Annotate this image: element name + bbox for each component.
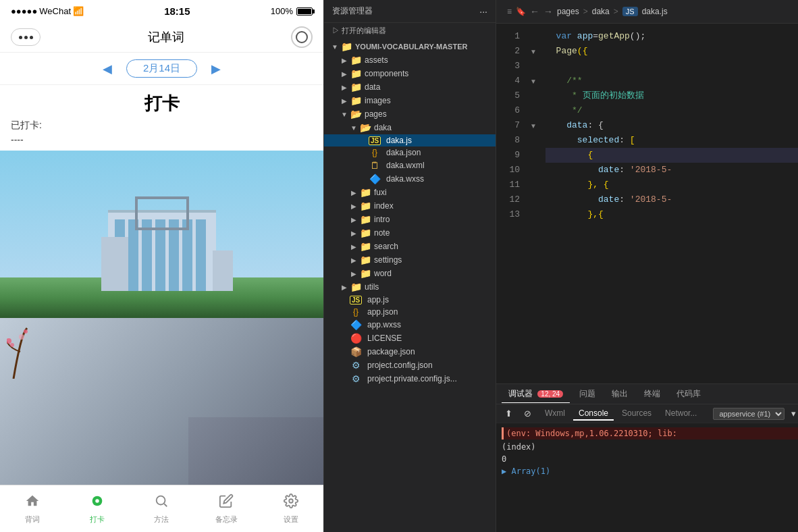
tree-item-daka-folder[interactable]: ▼ 📂 daka	[324, 121, 496, 134]
tree-item-images[interactable]: ▶ 📁 images	[324, 94, 496, 107]
pkg-json-label: package.json	[367, 347, 415, 356]
tree-item-daka-json[interactable]: {} daka.json	[324, 147, 496, 159]
subtab-wxml[interactable]: Wxml	[539, 407, 570, 421]
tree-item-utils[interactable]: ▶ 📁 utils	[324, 280, 496, 294]
tree-item-index[interactable]: ▶ 📁 index	[324, 199, 496, 213]
index-arrow: ▶	[348, 203, 359, 210]
index-folder-icon: 📁	[359, 201, 371, 211]
tree-item-proj-priv[interactable]: ⚙ project.private.config.js...	[324, 372, 496, 385]
code-content[interactable]: var app=getApp(); Page({ /** * 页面的初始数据 *…	[540, 24, 798, 383]
subtab-network[interactable]: Networ...	[660, 407, 702, 421]
tree-item-fuxi[interactable]: ▶ 📁 fuxi	[324, 186, 496, 199]
settings-label: settings	[374, 255, 402, 265]
fold-12	[527, 192, 540, 207]
word-folder-icon: 📁	[359, 268, 371, 279]
tree-item-app-js[interactable]: JS app.js	[324, 294, 496, 306]
dot-1	[19, 36, 22, 39]
tree-item-app-wxss[interactable]: 🔷 app.wxss	[324, 318, 496, 331]
tab-problems[interactable]: 问题	[573, 385, 602, 402]
assets-arrow: ▶	[339, 57, 350, 64]
code-area[interactable]: 1 2 3 4 5 6 7 8 9 10 11 12 13 ▼	[496, 24, 798, 383]
explorer-header: 资源管理器 ···	[324, 0, 496, 23]
tree-item-assets[interactable]: ▶ 📁 assets	[324, 53, 496, 67]
fold-4[interactable]: ▼	[527, 74, 540, 88]
console-array-value[interactable]: ▶ Array(1)	[502, 465, 798, 477]
tree-item-proj-cfg[interactable]: ⚙ project.config.json	[324, 358, 496, 372]
subtab-console[interactable]: Console	[573, 407, 614, 421]
capture-button[interactable]	[291, 26, 313, 48]
bookmark-icon[interactable]: 🔖	[516, 7, 526, 16]
phone-title: 记单词	[148, 29, 184, 45]
intro-arrow: ▶	[348, 216, 359, 223]
intro-label: intro	[374, 215, 390, 224]
images-label: images	[365, 96, 391, 105]
file-tree: ▼ 📁 YOUMI-VOCABULARY-MASTER ▶ 📁 assets ▶…	[324, 38, 496, 532]
tree-item-daka-wxml[interactable]: 🗒 daka.wxml	[324, 159, 496, 172]
tree-item-pkg-json[interactable]: 📦 package.json	[324, 345, 496, 358]
toolbar-pointer-icon[interactable]: ⬆	[502, 408, 515, 419]
tab-terminal[interactable]: 终端	[637, 385, 667, 402]
word-label: word	[374, 269, 392, 278]
tree-item-license[interactable]: 🔴 LICENSE	[324, 331, 496, 345]
tree-item-daka-js[interactable]: JS daka.js	[324, 134, 496, 147]
components-label: components	[365, 69, 408, 78]
nav-item-beici[interactable]: 背词	[0, 485, 65, 532]
components-folder-icon: 📁	[350, 68, 362, 79]
code-text-13: },{	[546, 207, 604, 222]
tab-output[interactable]: 输出	[605, 385, 635, 402]
line-num-7: 7	[496, 118, 520, 133]
phone-time: 18:15	[164, 5, 190, 17]
breadcrumb-pages[interactable]: pages	[557, 7, 579, 16]
daka-arrow: ▼	[348, 124, 359, 132]
breadcrumb-daka[interactable]: daka	[592, 7, 610, 16]
tree-item-settings[interactable]: ▶ 📁 settings	[324, 253, 496, 267]
home-icon	[25, 494, 40, 512]
explorer-menu-icon[interactable]: ···	[479, 6, 487, 17]
fold-7[interactable]: ▼	[527, 118, 540, 133]
open-editors-section[interactable]: ▷ 打开的编辑器	[324, 23, 496, 38]
building-left	[101, 237, 128, 291]
nav-item-daka[interactable]: 打卡	[65, 485, 130, 532]
nav-back-button[interactable]: ←	[530, 6, 539, 17]
editor-top-bar: ≡ 🔖 ← → pages > daka > JS daka.js	[496, 0, 798, 24]
next-date-button[interactable]: ▶	[208, 61, 224, 77]
tab-debugger[interactable]: 调试器 12, 24	[502, 385, 570, 403]
tree-item-pages[interactable]: ▼ 📂 pages	[324, 107, 496, 121]
nav-item-fangfa[interactable]: 方法	[130, 485, 194, 532]
daka-wxss-icon: 🔷	[369, 174, 381, 184]
carrier-label: WeChat	[39, 6, 71, 16]
nav-item-shezhi[interactable]: 设置	[259, 485, 323, 532]
tree-item-components[interactable]: ▶ 📁 components	[324, 67, 496, 80]
tree-item-word[interactable]: ▶ 📁 word	[324, 267, 496, 280]
code-text-2: Page({	[546, 44, 587, 59]
tree-item-data[interactable]: ▶ 📁 data	[324, 80, 496, 94]
tree-item-intro[interactable]: ▶ 📁 intro	[324, 213, 496, 226]
toolbar-block-icon[interactable]: ⊘	[521, 408, 534, 419]
fold-3	[527, 59, 540, 74]
list-icon[interactable]: ≡	[507, 7, 512, 16]
code-text-12: date: '2018-5-	[546, 192, 672, 207]
line-num-9: 9	[496, 148, 520, 163]
tree-item-search[interactable]: ▶ 📁 search	[324, 240, 496, 253]
tree-item-daka-wxss[interactable]: 🔷 daka.wxss	[324, 172, 496, 186]
tree-item-app-json[interactable]: {} app.json	[324, 306, 496, 318]
subtab-sources[interactable]: Sources	[616, 407, 657, 421]
nav-forward-button[interactable]: →	[543, 6, 553, 17]
prev-date-button[interactable]: ◀	[99, 61, 115, 77]
appservice-select[interactable]: appservice (#1)	[713, 408, 784, 420]
proj-cfg-label: project.config.json	[367, 361, 433, 370]
tree-item-note[interactable]: ▶ 📁 note	[324, 226, 496, 240]
breadcrumb-sep-1: >	[583, 7, 588, 16]
fold-2[interactable]: ▼	[527, 44, 540, 59]
line-num-11: 11	[496, 178, 520, 192]
code-text-1: var app=getApp();	[546, 29, 645, 44]
fuxi-label: fuxi	[374, 188, 387, 197]
dots-button[interactable]	[11, 28, 41, 46]
app-js-label: app.js	[367, 295, 389, 304]
root-folder[interactable]: ▼ 📁 YOUMI-VOCABULARY-MASTER	[324, 40, 496, 53]
tab-code[interactable]: 代码库	[670, 385, 708, 402]
dot-3	[30, 36, 33, 39]
code-line-9: {	[546, 148, 798, 163]
dropdown-icon[interactable]: ▾	[791, 408, 796, 419]
nav-item-beilu[interactable]: 备忘录	[194, 485, 259, 532]
